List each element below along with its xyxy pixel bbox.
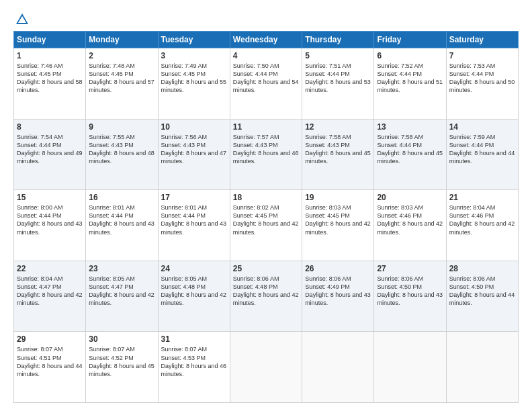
day-number: 10 bbox=[161, 122, 227, 132]
day-detail: Sunrise: 7:46 AMSunset: 4:45 PMDaylight:… bbox=[17, 62, 83, 95]
week-row-5: 29Sunrise: 8:07 AMSunset: 4:51 PMDayligh… bbox=[14, 332, 519, 403]
week-row-3: 15Sunrise: 8:00 AMSunset: 4:44 PMDayligh… bbox=[14, 190, 519, 261]
calendar-cell: 2Sunrise: 7:48 AMSunset: 4:45 PMDaylight… bbox=[86, 48, 158, 120]
day-number: 21 bbox=[449, 193, 515, 202]
calendar-cell: 14Sunrise: 7:59 AMSunset: 4:44 PMDayligh… bbox=[446, 119, 518, 190]
day-detail: Sunrise: 8:07 AMSunset: 4:52 PMDaylight:… bbox=[89, 345, 154, 378]
day-number: 20 bbox=[377, 193, 443, 202]
day-detail: Sunrise: 8:02 AMSunset: 4:45 PMDaylight:… bbox=[233, 203, 299, 236]
calendar-cell: 27Sunrise: 8:06 AMSunset: 4:50 PMDayligh… bbox=[374, 261, 446, 332]
logo bbox=[13, 12, 30, 24]
day-number: 18 bbox=[233, 193, 299, 202]
day-number: 27 bbox=[377, 264, 443, 273]
calendar-cell: 25Sunrise: 8:06 AMSunset: 4:48 PMDayligh… bbox=[230, 261, 302, 332]
calendar-cell: 13Sunrise: 7:58 AMSunset: 4:44 PMDayligh… bbox=[374, 119, 446, 190]
header bbox=[13, 12, 519, 24]
calendar-cell bbox=[230, 332, 302, 403]
week-row-1: 1Sunrise: 7:46 AMSunset: 4:45 PMDaylight… bbox=[14, 48, 519, 120]
calendar-cell: 9Sunrise: 7:55 AMSunset: 4:43 PMDaylight… bbox=[86, 119, 158, 190]
day-detail: Sunrise: 8:01 AMSunset: 4:44 PMDaylight:… bbox=[89, 203, 154, 236]
day-detail: Sunrise: 8:07 AMSunset: 4:51 PMDaylight:… bbox=[17, 345, 83, 378]
day-number: 9 bbox=[89, 122, 154, 132]
calendar-cell bbox=[374, 332, 446, 403]
calendar-cell: 21Sunrise: 8:04 AMSunset: 4:46 PMDayligh… bbox=[446, 190, 518, 261]
calendar-cell: 24Sunrise: 8:05 AMSunset: 4:48 PMDayligh… bbox=[158, 261, 230, 332]
day-detail: Sunrise: 8:07 AMSunset: 4:53 PMDaylight:… bbox=[161, 345, 227, 378]
calendar-cell: 10Sunrise: 7:56 AMSunset: 4:43 PMDayligh… bbox=[158, 119, 230, 190]
day-number: 4 bbox=[233, 51, 299, 60]
day-number: 5 bbox=[305, 51, 371, 60]
day-detail: Sunrise: 8:04 AMSunset: 4:47 PMDaylight:… bbox=[17, 275, 83, 308]
day-detail: Sunrise: 8:05 AMSunset: 4:48 PMDaylight:… bbox=[161, 275, 227, 308]
day-detail: Sunrise: 7:57 AMSunset: 4:43 PMDaylight:… bbox=[233, 133, 299, 166]
day-number: 22 bbox=[17, 264, 83, 273]
calendar-cell: 26Sunrise: 8:06 AMSunset: 4:49 PMDayligh… bbox=[302, 261, 374, 332]
weekday-header-wednesday: Wednesday bbox=[230, 32, 302, 48]
calendar-cell: 1Sunrise: 7:46 AMSunset: 4:45 PMDaylight… bbox=[14, 48, 86, 120]
day-detail: Sunrise: 7:58 AMSunset: 4:43 PMDaylight:… bbox=[305, 133, 371, 166]
calendar-table: SundayMondayTuesdayWednesdayThursdayFrid… bbox=[13, 31, 519, 403]
day-detail: Sunrise: 7:58 AMSunset: 4:44 PMDaylight:… bbox=[377, 133, 443, 166]
calendar-cell: 5Sunrise: 7:51 AMSunset: 4:44 PMDaylight… bbox=[302, 48, 374, 120]
week-row-2: 8Sunrise: 7:54 AMSunset: 4:44 PMDaylight… bbox=[14, 119, 519, 190]
day-detail: Sunrise: 8:01 AMSunset: 4:44 PMDaylight:… bbox=[161, 203, 227, 236]
weekday-header-friday: Friday bbox=[374, 32, 446, 48]
calendar-cell bbox=[446, 332, 518, 403]
day-detail: Sunrise: 7:48 AMSunset: 4:45 PMDaylight:… bbox=[89, 62, 154, 95]
day-detail: Sunrise: 8:06 AMSunset: 4:49 PMDaylight:… bbox=[305, 275, 371, 308]
day-detail: Sunrise: 8:03 AMSunset: 4:46 PMDaylight:… bbox=[377, 203, 443, 236]
day-detail: Sunrise: 7:59 AMSunset: 4:44 PMDaylight:… bbox=[449, 133, 515, 166]
day-number: 14 bbox=[449, 122, 515, 132]
day-number: 17 bbox=[161, 193, 227, 202]
weekday-header-tuesday: Tuesday bbox=[158, 32, 230, 48]
day-number: 1 bbox=[17, 51, 83, 60]
day-number: 3 bbox=[161, 51, 227, 60]
day-number: 23 bbox=[89, 264, 154, 273]
day-number: 12 bbox=[305, 122, 371, 132]
day-number: 13 bbox=[377, 122, 443, 132]
day-detail: Sunrise: 8:06 AMSunset: 4:50 PMDaylight:… bbox=[449, 275, 515, 308]
day-number: 15 bbox=[17, 193, 83, 202]
day-number: 30 bbox=[89, 334, 154, 344]
day-detail: Sunrise: 7:54 AMSunset: 4:44 PMDaylight:… bbox=[17, 133, 83, 166]
day-detail: Sunrise: 8:00 AMSunset: 4:44 PMDaylight:… bbox=[17, 203, 83, 236]
day-detail: Sunrise: 7:55 AMSunset: 4:43 PMDaylight:… bbox=[89, 133, 154, 166]
calendar-cell: 31Sunrise: 8:07 AMSunset: 4:53 PMDayligh… bbox=[158, 332, 230, 403]
weekday-header-saturday: Saturday bbox=[446, 32, 518, 48]
calendar-cell: 7Sunrise: 7:53 AMSunset: 4:44 PMDaylight… bbox=[446, 48, 518, 120]
week-row-4: 22Sunrise: 8:04 AMSunset: 4:47 PMDayligh… bbox=[14, 261, 519, 332]
calendar-cell: 19Sunrise: 8:03 AMSunset: 4:45 PMDayligh… bbox=[302, 190, 374, 261]
calendar-cell: 8Sunrise: 7:54 AMSunset: 4:44 PMDaylight… bbox=[14, 119, 86, 190]
calendar-cell bbox=[302, 332, 374, 403]
day-number: 16 bbox=[89, 193, 154, 202]
weekday-header-row: SundayMondayTuesdayWednesdayThursdayFrid… bbox=[14, 32, 519, 48]
day-number: 6 bbox=[377, 51, 443, 60]
day-detail: Sunrise: 7:53 AMSunset: 4:44 PMDaylight:… bbox=[449, 62, 515, 95]
page: SundayMondayTuesdayWednesdayThursdayFrid… bbox=[0, 0, 532, 411]
day-number: 11 bbox=[233, 122, 299, 132]
calendar-cell: 30Sunrise: 8:07 AMSunset: 4:52 PMDayligh… bbox=[86, 332, 158, 403]
day-detail: Sunrise: 7:52 AMSunset: 4:44 PMDaylight:… bbox=[377, 62, 443, 95]
day-number: 29 bbox=[17, 334, 83, 344]
logo-icon bbox=[15, 12, 30, 27]
calendar-cell: 29Sunrise: 8:07 AMSunset: 4:51 PMDayligh… bbox=[14, 332, 86, 403]
day-detail: Sunrise: 8:06 AMSunset: 4:48 PMDaylight:… bbox=[233, 275, 299, 308]
day-detail: Sunrise: 8:06 AMSunset: 4:50 PMDaylight:… bbox=[377, 275, 443, 308]
calendar-cell: 22Sunrise: 8:04 AMSunset: 4:47 PMDayligh… bbox=[14, 261, 86, 332]
day-number: 26 bbox=[305, 264, 371, 273]
calendar-cell: 3Sunrise: 7:49 AMSunset: 4:45 PMDaylight… bbox=[158, 48, 230, 120]
day-detail: Sunrise: 8:03 AMSunset: 4:45 PMDaylight:… bbox=[305, 203, 371, 236]
day-number: 28 bbox=[449, 264, 515, 273]
day-detail: Sunrise: 8:05 AMSunset: 4:47 PMDaylight:… bbox=[89, 275, 154, 308]
day-number: 7 bbox=[449, 51, 515, 60]
calendar-cell: 16Sunrise: 8:01 AMSunset: 4:44 PMDayligh… bbox=[86, 190, 158, 261]
calendar-cell: 11Sunrise: 7:57 AMSunset: 4:43 PMDayligh… bbox=[230, 119, 302, 190]
logo-text bbox=[13, 12, 30, 27]
day-number: 24 bbox=[161, 264, 227, 273]
day-number: 2 bbox=[89, 51, 154, 60]
weekday-header-thursday: Thursday bbox=[302, 32, 374, 48]
calendar-cell: 17Sunrise: 8:01 AMSunset: 4:44 PMDayligh… bbox=[158, 190, 230, 261]
day-detail: Sunrise: 8:04 AMSunset: 4:46 PMDaylight:… bbox=[449, 203, 515, 236]
weekday-header-monday: Monday bbox=[86, 32, 158, 48]
calendar-cell: 28Sunrise: 8:06 AMSunset: 4:50 PMDayligh… bbox=[446, 261, 518, 332]
